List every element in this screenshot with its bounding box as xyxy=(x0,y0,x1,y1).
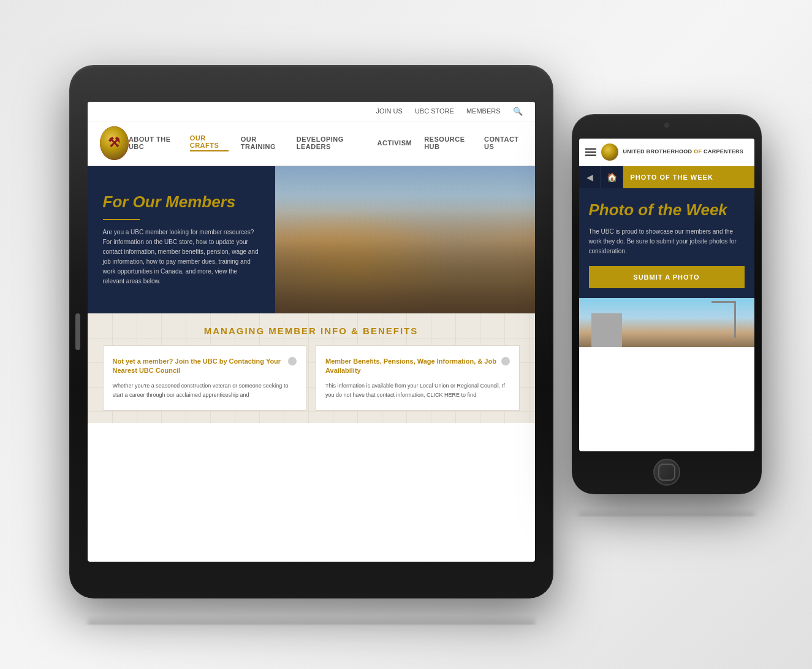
card1-title[interactable]: Not yet a member? Join the UBC by Contac… xyxy=(113,357,297,376)
worker-silhouettes xyxy=(275,210,534,313)
tablet-side-button xyxy=(75,313,80,350)
card2-body: This information is available from your … xyxy=(325,381,510,399)
nav-resource-hub[interactable]: RESOURCE HUB xyxy=(424,136,472,150)
hero-text-block: For Our Members Are you a UBC member loo… xyxy=(88,166,276,313)
hamburger-line-3 xyxy=(585,155,596,156)
hamburger-line-2 xyxy=(585,151,596,153)
phone-device: UNITED BROTHERHOOD OF CARPENTERS ◀ 🏠 PHO… xyxy=(572,114,762,494)
phone-nav-bar: ◀ 🏠 PHOTO OF THE WEEK xyxy=(579,166,754,188)
card-member-benefits: Member Benefits, Pensions, Wage Informat… xyxy=(316,345,520,411)
nav-contact-us[interactable]: CONTACT US xyxy=(484,136,522,150)
phone-reflection xyxy=(579,509,754,516)
phone-camera xyxy=(664,123,669,128)
tablet-top-nav: JOIN US UBC STORE MEMBERS 🔍 xyxy=(88,102,535,121)
hero-divider xyxy=(103,219,140,220)
members-link[interactable]: MEMBERS xyxy=(466,107,501,115)
ubc-logo: ⚒ xyxy=(100,126,129,160)
search-icon[interactable]: 🔍 xyxy=(513,107,523,116)
logo-inner: ⚒ xyxy=(100,126,129,160)
home-button-nav[interactable]: 🏠 xyxy=(601,166,623,188)
main-navigation: ABOUT THE UBC OUR CRAFTS OUR TRAINING DE… xyxy=(129,134,523,151)
hamburger-line-1 xyxy=(585,148,596,150)
hero-image xyxy=(275,166,534,313)
org-name: UNITED BROTHERHOOD OF CARPENTERS xyxy=(623,148,744,156)
tablet-device: JOIN US UBC STORE MEMBERS 🔍 ⚒ ABOUT THE … xyxy=(69,65,553,598)
hamburger-menu[interactable] xyxy=(585,148,596,156)
managing-heading: MANAGING MEMBER INFO & BENEFITS xyxy=(103,326,520,336)
nav-about-ubc[interactable]: ABOUT THE UBC xyxy=(129,136,178,150)
hero-body: Are you a UBC member looking for member … xyxy=(103,227,260,286)
phone-home-button-inner xyxy=(658,464,675,481)
phone-home-button[interactable] xyxy=(653,459,680,486)
org-name-normal: UNITED BROTHERHOOD xyxy=(623,148,694,155)
hero-section: For Our Members Are you a UBC member loo… xyxy=(88,166,535,313)
hero-title: For Our Members xyxy=(103,193,260,212)
phone-logo xyxy=(601,143,618,161)
managing-section: MANAGING MEMBER INFO & BENEFITS Not yet … xyxy=(88,313,535,424)
building-graphic xyxy=(591,313,622,347)
tablet-header: ⚒ ABOUT THE UBC OUR CRAFTS OUR TRAINING … xyxy=(88,121,535,166)
nav-activism[interactable]: ACTIVISM xyxy=(378,139,412,147)
back-button[interactable]: ◀ xyxy=(579,166,601,188)
cards-container: Not yet a member? Join the UBC by Contac… xyxy=(103,345,520,411)
nav-our-crafts[interactable]: OUR CRAFTS xyxy=(190,134,229,151)
nav-our-training[interactable]: OUR TRAINING xyxy=(241,136,284,150)
photo-preview xyxy=(579,298,754,347)
crane-graphic xyxy=(734,301,736,338)
submit-photo-button[interactable]: SUBMIT A PHOTO xyxy=(589,266,745,288)
phone-page-title: Photo of the Week xyxy=(589,201,745,220)
join-us-link[interactable]: JOIN US xyxy=(376,107,402,115)
ubc-store-link[interactable]: UBC STORE xyxy=(415,107,454,115)
phone-screen: UNITED BROTHERHOOD OF CARPENTERS ◀ 🏠 PHO… xyxy=(579,139,754,451)
card2-title[interactable]: Member Benefits, Pensions, Wage Informat… xyxy=(325,357,510,376)
card2-dot xyxy=(501,357,510,365)
tablet-screen: JOIN US UBC STORE MEMBERS 🔍 ⚒ ABOUT THE … xyxy=(88,102,535,562)
workers-crowd xyxy=(275,210,534,313)
org-name-end: CARPENTERS xyxy=(702,148,743,155)
scene: JOIN US UBC STORE MEMBERS 🔍 ⚒ ABOUT THE … xyxy=(39,28,774,641)
phone-content: Photo of the Week The UBC is proud to sh… xyxy=(579,188,754,298)
org-name-highlight: OF xyxy=(694,148,702,155)
tablet-reflection xyxy=(88,615,535,624)
card1-body: Whether you're a seasoned construction v… xyxy=(113,381,297,399)
card-join-ubc: Not yet a member? Join the UBC by Contac… xyxy=(103,345,307,411)
card1-dot xyxy=(288,357,297,365)
phone-page-body: The UBC is proud to showcase our members… xyxy=(589,227,745,256)
nav-developing-leaders[interactable]: DEVELOPING LEADERS xyxy=(297,136,365,150)
phone-top-bar: UNITED BROTHERHOOD OF CARPENTERS xyxy=(579,139,754,166)
phone-section-title: PHOTO OF THE WEEK xyxy=(623,166,754,188)
